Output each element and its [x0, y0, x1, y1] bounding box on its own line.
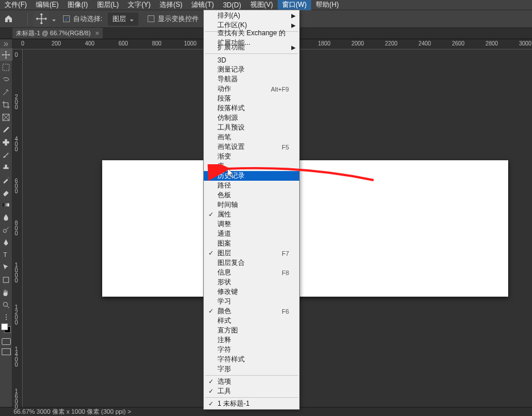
menu-item-颜色[interactable]: ✓颜色F6 [204, 306, 299, 316]
menu-item-label: 字符样式 [217, 355, 245, 364]
menu-item-label: 段落样式 [217, 103, 245, 113]
hand-tool[interactable] [0, 286, 12, 298]
check-icon: ✓ [208, 211, 213, 218]
menu-item-label: 修改键 [217, 287, 238, 297]
menu-item-图案[interactable]: 图案 [204, 239, 299, 248]
toolbox-collapse-icon[interactable]: » [0, 39, 12, 48]
move-tool-icon[interactable] [33, 11, 49, 27]
menu-item-扩展功能[interactable]: 扩展功能▶ [204, 43, 299, 52]
menu-item-注释[interactable]: 注释 [204, 335, 299, 345]
auto-select-target-select[interactable]: 图层 [108, 13, 139, 26]
menu-item-导航器[interactable]: 导航器 [204, 74, 299, 84]
shape-tool[interactable] [0, 273, 12, 286]
zoom-tool[interactable] [0, 298, 12, 311]
ruler-h-label: 200 [52, 40, 61, 47]
menu-滤镜(T)[interactable]: 滤镜(T) [187, 0, 218, 10]
stamp-tool[interactable] [0, 161, 12, 173]
svg-rect-12 [3, 141, 9, 143]
history-brush-tool[interactable] [0, 173, 12, 186]
menu-文字(Y)[interactable]: 文字(Y) [123, 0, 155, 10]
wand-tool[interactable] [0, 86, 12, 98]
menu-图像(I)[interactable]: 图像(I) [63, 0, 92, 10]
menu-item-历史记录[interactable]: 历史记录 [204, 171, 299, 181]
menu-item-字符样式[interactable]: 字符样式 [204, 355, 299, 364]
menu-3D(D)[interactable]: 3D(D) [219, 1, 246, 10]
menu-item-时间轴[interactable]: 时间轴 [204, 200, 299, 210]
pen-tool[interactable] [0, 236, 12, 248]
menu-窗口(W)[interactable]: 窗口(W) [278, 0, 311, 10]
menu-item-动作[interactable]: 动作Alt+F9 [204, 84, 299, 94]
menu-item-路径[interactable]: 路径 [204, 181, 299, 190]
menu-编辑(E)[interactable]: 编辑(E) [31, 0, 63, 10]
gradient-tool[interactable] [0, 198, 12, 211]
eraser-tool[interactable] [0, 186, 12, 198]
lasso-tool[interactable] [0, 73, 12, 86]
menu-item-属性[interactable]: ✓属性 [204, 210, 299, 219]
menu-item-label: 仿制源 [217, 113, 238, 123]
menu-item-图层[interactable]: ✓图层F7 [204, 248, 299, 258]
toolbox-edit-icon[interactable] [6, 314, 7, 320]
menu-item-画笔[interactable]: 画笔 [204, 132, 299, 142]
tool-preset-caret-icon[interactable] [52, 16, 56, 21]
menu-视图(V)[interactable]: 视图(V) [246, 0, 278, 10]
move-tool[interactable] [0, 48, 12, 61]
menu-item-1 未标题-1[interactable]: ✓1 未标题-1 [204, 399, 299, 409]
menu-文件(F)[interactable]: 文件(F) [0, 0, 31, 10]
show-transform-checkbox[interactable] [148, 15, 154, 22]
menu-item-label: 字符 [217, 345, 231, 355]
dodge-tool[interactable] [0, 223, 12, 236]
menu-item-字形[interactable]: 字形 [204, 364, 299, 374]
menu-item-画笔设置[interactable]: 画笔设置F5 [204, 142, 299, 152]
home-icon[interactable] [3, 14, 14, 24]
menu-item-段落样式[interactable]: 段落样式 [204, 103, 299, 113]
screenmode-icon[interactable] [2, 348, 11, 355]
menu-item-3D[interactable]: 3D [204, 55, 299, 65]
blur-tool[interactable] [0, 211, 12, 223]
frame-tool[interactable] [0, 111, 12, 123]
color-swatches[interactable] [0, 322, 12, 335]
brush-tool[interactable] [0, 148, 12, 161]
menu-item-工具[interactable]: ✓工具 [204, 386, 299, 396]
menu-item-形状[interactable]: 形状 [204, 277, 299, 287]
eyedropper-tool[interactable] [0, 123, 12, 136]
menu-separator [205, 375, 298, 376]
menu-item-段落[interactable]: 段落 [204, 94, 299, 103]
document-tab[interactable]: 未标题-1 @ 66.7%(RGB/8) × [12, 28, 103, 39]
menu-帮助(H)[interactable]: 帮助(H) [311, 0, 344, 10]
document-canvas[interactable] [102, 160, 508, 297]
close-tab-icon[interactable]: × [95, 29, 100, 38]
menu-item-色板[interactable]: 色板 [204, 190, 299, 200]
quickmask-icon[interactable] [2, 338, 11, 345]
foreground-color-swatch[interactable] [1, 323, 8, 330]
menu-item-学习[interactable]: 学习 [204, 297, 299, 306]
menu-item-label: 色板 [217, 190, 231, 200]
path-select-tool[interactable] [0, 261, 12, 273]
ruler-h-label: 3000 [519, 40, 531, 47]
menu-item-调整[interactable]: 调整 [204, 219, 299, 229]
menu-item-直方图[interactable]: 直方图 [204, 326, 299, 335]
heal-tool[interactable] [0, 136, 12, 148]
menu-item-测量记录[interactable]: 测量记录 [204, 65, 299, 74]
auto-select-checkbox[interactable] [63, 15, 70, 22]
menu-item-信息[interactable]: 信息F8 [204, 268, 299, 277]
check-icon: ✓ [208, 307, 213, 315]
ruler-v-label: 1 2 0 0 [15, 305, 18, 325]
menu-图层(L)[interactable]: 图层(L) [93, 0, 124, 10]
menu-item-样式[interactable]: 样式 [204, 316, 299, 326]
crop-tool[interactable] [0, 98, 12, 111]
type-tool[interactable]: T [0, 248, 12, 261]
menu-item-排列(A)[interactable]: 排列(A)▶ [204, 11, 299, 20]
menu-选择(S)[interactable]: 选择(S) [155, 0, 187, 10]
menu-item-工具预设[interactable]: 工具预设 [204, 123, 299, 132]
menu-item-通道[interactable]: 通道 [204, 229, 299, 239]
menu-item-库[interactable]: 库 [204, 161, 299, 171]
marquee-tool[interactable] [0, 61, 12, 73]
menu-item-字符[interactable]: 字符 [204, 345, 299, 355]
menu-item-仿制源[interactable]: 仿制源 [204, 113, 299, 123]
menu-item-渐变[interactable]: 渐变 [204, 152, 299, 161]
menu-item-修改键[interactable]: 修改键 [204, 287, 299, 297]
menu-item-图层复合[interactable]: 图层复合 [204, 258, 299, 268]
menu-item-label: 段落 [217, 94, 231, 103]
menu-item-查找有关 Exchange 的扩展功能...[interactable]: 查找有关 Exchange 的扩展功能... [204, 33, 299, 43]
menu-item-选项[interactable]: ✓选项 [204, 377, 299, 386]
